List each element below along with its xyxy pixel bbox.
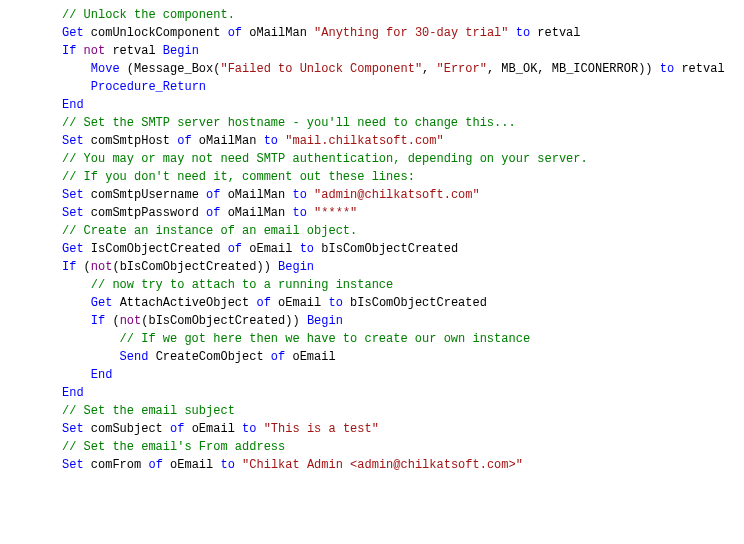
code-token: End [62, 386, 84, 400]
code-token [271, 296, 278, 310]
code-token: comSmtpUsername [91, 188, 199, 202]
code-token: of [271, 350, 285, 364]
code-token: "****" [314, 206, 357, 220]
code-line: // Create an instance of an email object… [62, 222, 744, 240]
code-token: retval [537, 26, 580, 40]
code-token: Get [62, 242, 84, 256]
code-token [220, 188, 227, 202]
code-line: Move (Message_Box("Failed to Unlock Comp… [62, 60, 744, 78]
code-line: // If you don't need it, comment out the… [62, 168, 744, 186]
code-token: Message_Box [134, 62, 213, 76]
code-token [292, 242, 299, 256]
code-token: retval [112, 44, 155, 58]
code-token: Set [62, 206, 84, 220]
code-token [220, 206, 227, 220]
code-token: "Failed to Unlock Component" [220, 62, 422, 76]
code-line: Set comFrom of oEmail to "Chilkat Admin … [62, 456, 744, 474]
code-token: bIsComObjectCreated [148, 314, 285, 328]
code-token: to [220, 458, 234, 472]
code-line: // You may or may not need SMTP authenti… [62, 150, 744, 168]
code-block: // Unlock the component.Get comUnlockCom… [0, 0, 744, 474]
code-token: // Create an instance of an email object… [62, 224, 357, 238]
code-token [76, 44, 83, 58]
code-token: )) [285, 314, 307, 328]
code-token: Begin [307, 314, 343, 328]
code-token [220, 26, 227, 40]
code-token: Begin [278, 260, 314, 274]
code-token [264, 350, 271, 364]
code-line: Set comSmtpHost of oMailMan to "mail.chi… [62, 132, 744, 150]
code-token [84, 134, 91, 148]
code-token: oMailMan [249, 26, 307, 40]
code-token: of [170, 422, 184, 436]
code-line: Procedure_Return [62, 78, 744, 96]
code-token [163, 458, 170, 472]
code-line: If (not(bIsComObjectCreated)) Begin [62, 258, 744, 276]
code-token: Get [62, 26, 84, 40]
code-line: Set comSmtpUsername of oMailMan to "admi… [62, 186, 744, 204]
code-token: oEmail [249, 242, 292, 256]
code-token: Send [120, 350, 149, 364]
code-token: // Unlock the component. [62, 8, 235, 22]
code-line: End [62, 384, 744, 402]
code-token: to [264, 134, 278, 148]
code-token: to [300, 242, 314, 256]
code-token: ( [112, 260, 119, 274]
code-token: IsComObjectCreated [91, 242, 221, 256]
code-line: End [62, 366, 744, 384]
code-token: oEmail [278, 296, 321, 310]
code-token [192, 134, 199, 148]
code-line: Set comSmtpPassword of oMailMan to "****… [62, 204, 744, 222]
code-token [235, 422, 242, 436]
code-token: Get [91, 296, 113, 310]
code-token [199, 188, 206, 202]
code-token: oMailMan [228, 206, 286, 220]
code-token: to [292, 188, 306, 202]
code-token: Set [62, 422, 84, 436]
code-token: to [660, 62, 674, 76]
code-line: Get AttachActiveObject of oEmail to bIsC… [62, 294, 744, 312]
code-token [256, 422, 263, 436]
code-token: End [62, 98, 84, 112]
code-token: Set [62, 188, 84, 202]
code-token: ( [120, 62, 134, 76]
code-token [84, 188, 91, 202]
code-token [199, 206, 206, 220]
code-token: not [120, 314, 142, 328]
code-token: // Set the email's From address [62, 440, 285, 454]
code-token: to [292, 206, 306, 220]
code-token: "This is a test" [264, 422, 379, 436]
code-token: , [487, 62, 501, 76]
code-token: If [62, 44, 76, 58]
code-token: If [62, 260, 76, 274]
code-token [84, 458, 91, 472]
code-line: Get comUnlockComponent of oMailMan "Anyt… [62, 24, 744, 42]
code-token: , [537, 62, 551, 76]
code-token: of [148, 458, 162, 472]
code-token: MB_ICONERROR [552, 62, 638, 76]
code-token [163, 422, 170, 436]
code-token: Set [62, 134, 84, 148]
code-token [509, 26, 516, 40]
code-line: End [62, 96, 744, 114]
code-token [220, 242, 227, 256]
code-token: Move [91, 62, 120, 76]
code-token: , [422, 62, 436, 76]
code-token: Procedure_Return [91, 80, 206, 94]
code-token: oMailMan [199, 134, 257, 148]
code-token: not [91, 260, 113, 274]
code-token [84, 242, 91, 256]
code-token: to [242, 422, 256, 436]
code-token: of [228, 26, 242, 40]
code-token: oEmail [292, 350, 335, 364]
code-token [84, 206, 91, 220]
code-token: "Error" [437, 62, 487, 76]
code-token: to [516, 26, 530, 40]
code-token: "Anything for 30-day trial" [314, 26, 508, 40]
code-token: // If you don't need it, comment out the… [62, 170, 415, 184]
code-line: // now try to attach to a running instan… [62, 276, 744, 294]
code-line: Set comSubject of oEmail to "This is a t… [62, 420, 744, 438]
code-token: AttachActiveObject [120, 296, 250, 310]
code-token: MB_OK [501, 62, 537, 76]
code-token [343, 296, 350, 310]
